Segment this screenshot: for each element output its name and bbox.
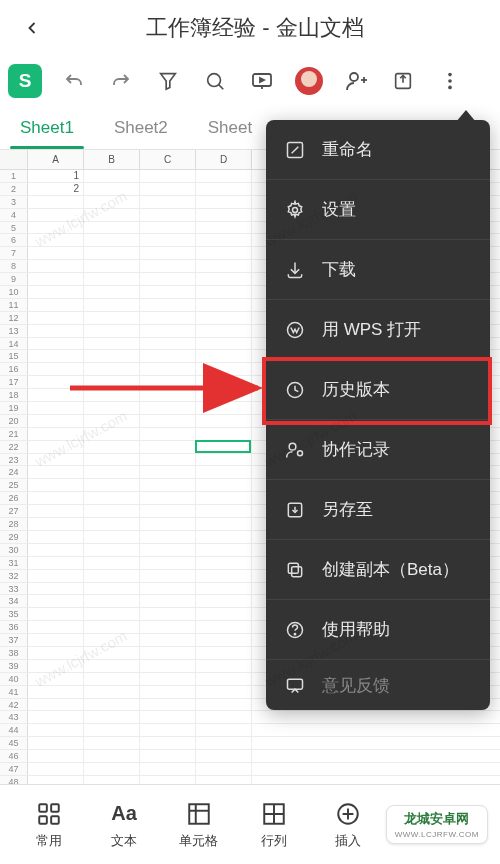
svg-rect-30: [52, 816, 60, 824]
table-row[interactable]: 46: [0, 750, 500, 763]
more-button[interactable]: [429, 60, 471, 102]
add-user-button[interactable]: [335, 60, 377, 102]
svg-point-18: [298, 450, 303, 455]
table-row[interactable]: 45: [0, 737, 500, 750]
wps-icon: [284, 319, 306, 341]
bb-insert[interactable]: 插入: [311, 800, 386, 850]
bb-label: 单元格: [179, 832, 218, 850]
svg-point-6: [350, 73, 358, 81]
svg-rect-28: [52, 804, 60, 812]
menu-settings[interactable]: 设置: [266, 180, 490, 240]
svg-marker-0: [161, 74, 176, 90]
site-logo-cn: 龙城安卓网: [404, 810, 469, 828]
share-icon: [392, 70, 414, 92]
svg-rect-21: [288, 563, 298, 573]
svg-point-12: [448, 86, 452, 90]
menu-label: 设置: [322, 198, 356, 221]
search-button[interactable]: [194, 60, 236, 102]
col-header[interactable]: C: [140, 150, 196, 169]
help-icon: [284, 619, 306, 641]
insert-icon: [334, 800, 362, 828]
table-row[interactable]: 43: [0, 711, 500, 724]
copy-icon: [284, 559, 306, 581]
cell-icon: [185, 800, 213, 828]
search-icon: [204, 70, 226, 92]
menu-label: 意见反馈: [322, 674, 390, 697]
document-title: 工作簿经验 - 金山文档: [52, 13, 488, 43]
title-bar: 工作簿经验 - 金山文档: [0, 0, 500, 56]
menu-download[interactable]: 下载: [266, 240, 490, 300]
saveas-icon: [284, 499, 306, 521]
svg-point-1: [208, 74, 221, 87]
avatar-icon: [295, 67, 323, 95]
undo-button[interactable]: [53, 60, 95, 102]
svg-point-14: [293, 207, 298, 212]
chevron-left-icon: [22, 18, 42, 38]
filter-icon: [157, 70, 179, 92]
menu-label: 创建副本（Beta）: [322, 558, 459, 581]
undo-icon: [62, 69, 86, 93]
svg-rect-29: [40, 816, 48, 824]
menu-open-wps[interactable]: 用 WPS 打开: [266, 300, 490, 360]
col-header[interactable]: D: [196, 150, 252, 169]
menu-help[interactable]: 使用帮助: [266, 600, 490, 660]
toolbar: S: [0, 56, 500, 106]
filter-button[interactable]: [147, 60, 189, 102]
site-logo: 龙城安卓网 WWW.LCJRFW.COM: [386, 805, 488, 844]
site-logo-en: WWW.LCJRFW.COM: [395, 830, 479, 839]
svg-point-23: [294, 633, 295, 634]
svg-rect-31: [189, 804, 209, 824]
menu-label: 下载: [322, 258, 356, 281]
gear-icon: [284, 199, 306, 221]
menu-rename[interactable]: 重命名: [266, 120, 490, 180]
avatar-button[interactable]: [288, 60, 330, 102]
menu-create-copy[interactable]: 创建副本（Beta）: [266, 540, 490, 600]
redo-button[interactable]: [100, 60, 142, 102]
share-button[interactable]: [382, 60, 424, 102]
menu-collab[interactable]: 协作记录: [266, 420, 490, 480]
table-row[interactable]: 44: [0, 724, 500, 737]
text-icon: Aa: [110, 800, 138, 828]
tab-sheet1[interactable]: Sheet1: [0, 106, 94, 149]
bb-rowcol[interactable]: 行列: [236, 800, 311, 850]
col-header[interactable]: B: [84, 150, 140, 169]
bb-label: 插入: [335, 832, 361, 850]
bb-label: 行列: [261, 832, 287, 850]
svg-rect-24: [288, 679, 303, 689]
more-vertical-icon: [439, 70, 461, 92]
menu-history[interactable]: 历史版本: [266, 360, 490, 420]
download-icon: [284, 259, 306, 281]
menu-pointer-caret: [456, 110, 476, 122]
tab-sheet2[interactable]: Sheet2: [94, 106, 188, 149]
redo-icon: [109, 69, 133, 93]
menu-label: 历史版本: [322, 378, 390, 401]
bottom-toolbar: 常用 Aa 文本 单元格 行列 插入 龙城安卓网 WWW.LCJRFW.COM: [0, 784, 500, 864]
svg-line-2: [219, 85, 224, 90]
collab-icon: [284, 439, 306, 461]
menu-label: 另存至: [322, 498, 373, 521]
menu-feedback[interactable]: 意见反馈: [266, 660, 490, 710]
edit-icon: [284, 139, 306, 161]
app-logo[interactable]: S: [8, 64, 42, 98]
svg-point-10: [448, 73, 452, 77]
menu-label: 协作记录: [322, 438, 390, 461]
menu-save-as[interactable]: 另存至: [266, 480, 490, 540]
bb-label: 文本: [111, 832, 137, 850]
menu-label: 用 WPS 打开: [322, 318, 421, 341]
menu-label: 使用帮助: [322, 618, 390, 641]
bb-cell[interactable]: 单元格: [161, 800, 236, 850]
bb-common[interactable]: 常用: [12, 800, 87, 850]
tab-sheet3[interactable]: Sheet: [188, 106, 272, 149]
svg-point-11: [448, 79, 452, 83]
feedback-icon: [284, 674, 306, 696]
more-menu: 重命名 设置 下载 用 WPS 打开 历史版本 协作记录 另存至 创建副本（Be…: [266, 120, 490, 710]
add-user-icon: [344, 69, 368, 93]
present-icon: [250, 69, 274, 93]
bb-text[interactable]: Aa 文本: [87, 800, 162, 850]
table-row[interactable]: 47: [0, 763, 500, 776]
present-button[interactable]: [241, 60, 283, 102]
svg-marker-4: [260, 78, 264, 82]
col-header[interactable]: A: [28, 150, 84, 169]
back-button[interactable]: [12, 8, 52, 48]
history-icon: [284, 379, 306, 401]
